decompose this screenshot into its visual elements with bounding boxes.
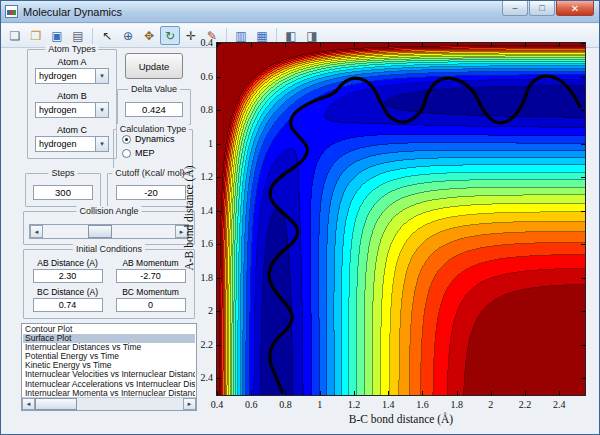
slider-left-arrow-icon[interactable]: ◄ <box>30 225 43 238</box>
ab-distance-input[interactable]: 2.30 <box>33 269 103 283</box>
calculation-type-title: Calculation Type <box>117 124 189 134</box>
radio-mep[interactable]: MEP <box>122 148 192 158</box>
open-folder-icon[interactable]: ❐ <box>26 26 46 45</box>
bc-distance-input[interactable]: 0.74 <box>33 298 103 312</box>
x-tick-label: 2.2 <box>510 399 540 410</box>
edit-pointer-icon[interactable]: ↖ <box>97 26 117 45</box>
x-tick-label: 1.2 <box>339 399 369 410</box>
cutoff-input[interactable]: -20 <box>116 185 186 200</box>
initial-conditions-group: Initial Conditions AB Distance (A)2.30AB… <box>23 249 195 319</box>
window-controls: – □ ✕ <box>501 1 594 16</box>
bc-momentum-input[interactable]: 0 <box>116 298 186 312</box>
atom-b-dropdown[interactable]: hydrogen▾ <box>35 102 109 118</box>
x-tick-label: 1.6 <box>407 399 437 410</box>
atom-a-value: hydrogen <box>39 71 77 81</box>
delta-value-group: Delta Value 0.424 <box>117 89 191 125</box>
new-document-icon[interactable]: ❏ <box>5 26 25 45</box>
cutoff-group: Cutoff (Kcal/ mol) -20 <box>107 173 193 207</box>
x-tick-label: 0.4 <box>202 399 232 410</box>
list-item[interactable]: Internuclear Momenta vs Internuclear Dis… <box>23 389 195 396</box>
toolbar-separator <box>92 28 93 44</box>
slider-track[interactable] <box>43 225 175 238</box>
radio-dynamics[interactable]: Dynamics <box>122 134 192 144</box>
collision-angle-title: Collision Angle <box>76 206 141 216</box>
delta-value-input[interactable]: 0.424 <box>125 102 183 117</box>
atom-a-label: Atom A <box>28 57 116 67</box>
plot-type-listbox[interactable]: Contour PlotSurface PlotInternuclear Dis… <box>21 323 197 411</box>
ab-momentum-label: AB Momentum <box>111 258 190 268</box>
x-tick-label: 0.8 <box>270 399 300 410</box>
list-item[interactable]: Potential Energy vs Time <box>23 352 195 361</box>
y-tick-label: 0.6 <box>185 71 213 82</box>
ab-momentum-input[interactable]: -2.70 <box>116 269 186 283</box>
x-tick-label: 2 <box>476 399 506 410</box>
potential-surface-contour-plot[interactable] <box>216 42 586 396</box>
x-axis-label: B-C bond distance (Å) <box>216 413 586 425</box>
atom-types-title: Atom Types <box>45 44 98 54</box>
radio-icon <box>122 149 131 158</box>
hscroll-right-arrow-icon[interactable]: ► <box>183 398 196 410</box>
bc-distance-label: BC Distance (A) <box>28 287 107 297</box>
steps-group: Steps 300 <box>25 173 101 207</box>
x-tick-label: 1 <box>305 399 335 410</box>
y-tick-label: 2.4 <box>185 372 213 383</box>
list-item[interactable]: Internuclear Velocities vs Internuclear … <box>23 370 195 379</box>
x-tick-label: 1.4 <box>373 399 403 410</box>
y-tick-label: 1 <box>185 138 213 149</box>
zoom-in-icon[interactable]: ⊕ <box>118 26 138 45</box>
app-icon <box>5 5 18 18</box>
save-icon[interactable]: ▣ <box>47 26 67 45</box>
dropdown-arrow-icon[interactable]: ▾ <box>95 137 108 151</box>
hscroll-track[interactable] <box>35 398 183 410</box>
atom-b-label: Atom B <box>28 91 116 101</box>
radio-label: Dynamics <box>135 134 175 144</box>
delta-value-title: Delta Value <box>128 84 180 94</box>
ab-momentum-cell: AB Momentum-2.70 <box>111 254 190 283</box>
x-tick-label: 1.8 <box>442 399 472 410</box>
y-tick-label: 0.4 <box>185 37 213 48</box>
ab-distance-label: AB Distance (A) <box>28 258 107 268</box>
dropdown-arrow-icon[interactable]: ▾ <box>95 69 108 83</box>
slider-thumb[interactable] <box>88 225 112 238</box>
y-tick-label: 1.8 <box>185 272 213 283</box>
listbox-hscrollbar[interactable]: ◄ ► <box>22 397 196 410</box>
atom-b-value: hydrogen <box>39 105 77 115</box>
hscroll-thumb[interactable] <box>35 398 77 410</box>
steps-input[interactable]: 300 <box>33 185 93 200</box>
radio-label: MEP <box>135 148 155 158</box>
y-tick-label: 2.2 <box>185 339 213 350</box>
window-title: Molecular Dynamics <box>23 6 122 18</box>
calculation-type-group: Calculation Type DynamicsMEP <box>113 129 193 169</box>
titlebar[interactable]: Molecular Dynamics – □ ✕ <box>1 1 599 23</box>
list-item[interactable]: Internuclear Distances vs Time <box>23 343 195 352</box>
print-icon[interactable]: ▤ <box>68 26 88 45</box>
x-tick-label: 2.4 <box>544 399 574 410</box>
list-item[interactable]: Internuclear Accelerations vs Internucle… <box>23 380 195 389</box>
ab-distance-cell: AB Distance (A)2.30 <box>28 254 107 283</box>
rotate-3d-icon[interactable]: ↻ <box>160 26 180 45</box>
maximize-button[interactable]: □ <box>529 1 555 16</box>
y-tick-label: 0.8 <box>185 104 213 115</box>
dropdown-arrow-icon[interactable]: ▾ <box>95 103 108 117</box>
atom-c-label: Atom C <box>28 125 116 135</box>
collision-angle-slider[interactable]: ◄ ► <box>29 224 189 239</box>
steps-title: Steps <box>48 168 77 178</box>
hscroll-left-arrow-icon[interactable]: ◄ <box>22 398 35 410</box>
list-item[interactable]: Contour Plot <box>23 325 195 334</box>
cutoff-title: Cutoff (Kcal/ mol) <box>112 168 187 178</box>
atom-types-group: Atom Types Atom Ahydrogen▾Atom Bhydrogen… <box>27 49 117 159</box>
close-button[interactable]: ✕ <box>556 1 594 16</box>
list-item[interactable]: Kinetic Energy vs Time <box>23 361 195 370</box>
update-button[interactable]: Update <box>125 53 183 79</box>
bc-momentum-label: BC Momentum <box>111 287 190 297</box>
pan-hand-icon[interactable]: ✥ <box>139 26 159 45</box>
list-item[interactable]: Surface Plot <box>23 334 195 343</box>
atom-c-dropdown[interactable]: hydrogen▾ <box>35 136 109 152</box>
y-tick-label: 2 <box>185 305 213 316</box>
radio-icon <box>122 135 131 144</box>
collision-angle-group: Collision Angle ◄ ► <box>23 211 195 245</box>
app-window: Molecular Dynamics – □ ✕ ❏❐▣▤↖⊕✥↻✛✎▥▦◧◨ … <box>0 0 600 435</box>
atom-a-dropdown[interactable]: hydrogen▾ <box>35 68 109 84</box>
minimize-button[interactable]: – <box>502 1 528 16</box>
bc-momentum-cell: BC Momentum0 <box>111 283 190 312</box>
